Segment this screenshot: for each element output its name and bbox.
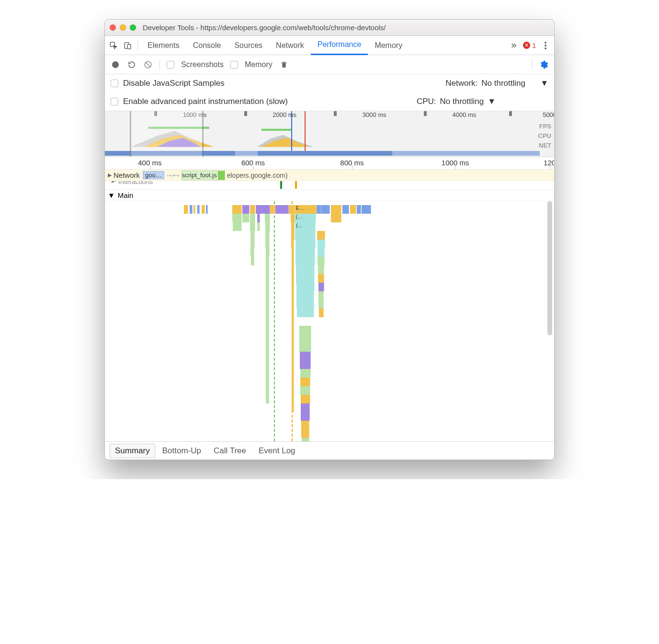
flame-slice[interactable] bbox=[197, 205, 200, 214]
network-item[interactable]: script_foot.js bbox=[182, 171, 225, 180]
minimize-window-button[interactable] bbox=[120, 24, 126, 31]
flame-slice[interactable] bbox=[317, 231, 325, 240]
flame-slice[interactable] bbox=[301, 412, 309, 421]
error-badge[interactable]: ✕ 1 bbox=[523, 42, 536, 49]
flame-slice[interactable] bbox=[321, 205, 330, 214]
tab-sources[interactable]: Sources bbox=[227, 36, 269, 55]
tab-bottom-up[interactable]: Bottom-Up bbox=[157, 444, 206, 458]
overview-pane[interactable]: 1000 ms2000 ms3000 ms4000 ms5000 FPS CPU… bbox=[105, 111, 554, 157]
expand-icon[interactable]: ▶ bbox=[112, 181, 115, 184]
flame-slice[interactable] bbox=[266, 360, 269, 369]
flame-slice[interactable] bbox=[292, 265, 294, 274]
flame-slice[interactable] bbox=[291, 222, 295, 231]
flame-slice[interactable] bbox=[257, 214, 260, 222]
flame-slice[interactable] bbox=[266, 309, 269, 317]
overview-zoom-window[interactable] bbox=[130, 111, 204, 157]
flame-slice[interactable] bbox=[265, 222, 270, 231]
flame-slice[interactable] bbox=[292, 334, 294, 343]
main-track-head[interactable]: ▼ Main bbox=[105, 190, 554, 201]
vertical-scrollbar[interactable] bbox=[547, 201, 552, 335]
flame-slice[interactable] bbox=[292, 369, 294, 378]
flame-slice[interactable] bbox=[296, 274, 315, 283]
flame-slice[interactable] bbox=[250, 240, 255, 248]
clear-icon[interactable] bbox=[143, 60, 153, 69]
flame-slice[interactable] bbox=[292, 352, 294, 360]
flame-slice[interactable] bbox=[289, 205, 295, 214]
zoom-window-button[interactable] bbox=[130, 24, 136, 31]
flame-slice[interactable] bbox=[292, 403, 294, 412]
flame-slice[interactable] bbox=[291, 231, 295, 240]
flame-slice[interactable] bbox=[250, 222, 255, 231]
flame-slice[interactable] bbox=[251, 257, 254, 265]
flame-slice[interactable]: E… bbox=[295, 205, 317, 214]
flame-slice[interactable] bbox=[357, 205, 361, 214]
disable-js-checkbox[interactable] bbox=[111, 80, 118, 87]
device-toolbar-icon[interactable] bbox=[123, 41, 133, 50]
flame-slice[interactable] bbox=[266, 369, 269, 378]
network-item[interactable]: goo… bbox=[143, 171, 164, 179]
flame-slice[interactable] bbox=[299, 334, 311, 343]
flame-slice[interactable] bbox=[232, 205, 242, 214]
flame-slice[interactable] bbox=[299, 343, 311, 352]
flame-slice[interactable] bbox=[257, 222, 260, 231]
flame-slice[interactable] bbox=[242, 205, 250, 214]
flame-slice[interactable] bbox=[318, 257, 324, 265]
advanced-paint-checkbox[interactable] bbox=[111, 98, 118, 105]
record-icon[interactable] bbox=[111, 60, 120, 69]
flame-slice[interactable] bbox=[266, 317, 269, 326]
flame-slice[interactable] bbox=[275, 205, 289, 214]
flame-slice[interactable] bbox=[292, 283, 294, 291]
flame-slice[interactable] bbox=[184, 205, 188, 214]
flame-slice[interactable] bbox=[318, 265, 325, 274]
flame-slice[interactable] bbox=[318, 248, 325, 257]
flame-slice[interactable] bbox=[250, 231, 255, 240]
reload-icon[interactable] bbox=[127, 60, 136, 69]
tab-event-log[interactable]: Event Log bbox=[253, 444, 301, 458]
flame-slice[interactable] bbox=[318, 300, 324, 309]
tab-performance[interactable]: Performance bbox=[311, 36, 368, 55]
flame-slice[interactable] bbox=[292, 257, 294, 265]
flame-slice[interactable] bbox=[342, 205, 350, 214]
tab-memory[interactable]: Memory bbox=[368, 36, 409, 55]
flame-slice[interactable] bbox=[265, 214, 270, 222]
collapse-icon[interactable]: ▼ bbox=[108, 191, 115, 199]
flame-slice[interactable] bbox=[317, 205, 321, 214]
flame-slice[interactable] bbox=[296, 291, 314, 300]
flame-slice[interactable] bbox=[266, 291, 269, 300]
flame-slice[interactable] bbox=[256, 205, 270, 214]
flame-slice[interactable] bbox=[266, 300, 269, 309]
flame-slice[interactable] bbox=[292, 386, 294, 395]
close-window-button[interactable] bbox=[110, 24, 116, 31]
more-tabs-icon[interactable] bbox=[509, 41, 518, 50]
flame-slice[interactable] bbox=[292, 343, 294, 352]
network-throttle-select[interactable]: No throttling bbox=[481, 79, 525, 88]
flame-slice[interactable] bbox=[331, 205, 341, 214]
flame-slice[interactable] bbox=[301, 429, 309, 438]
flame-slice[interactable] bbox=[301, 395, 310, 403]
flame-slice[interactable] bbox=[300, 360, 311, 369]
tab-summary[interactable]: Summary bbox=[110, 444, 155, 458]
flame-slice[interactable] bbox=[292, 300, 294, 309]
flame-slice[interactable] bbox=[250, 205, 255, 214]
flame-slice[interactable] bbox=[296, 300, 314, 309]
flame-slice[interactable] bbox=[266, 395, 269, 403]
expand-icon[interactable]: ▶ bbox=[108, 172, 112, 178]
flame-slice[interactable] bbox=[297, 309, 314, 317]
flame-slice[interactable] bbox=[292, 309, 294, 317]
flame-slice[interactable] bbox=[266, 378, 269, 386]
flame-slice[interactable] bbox=[300, 352, 311, 360]
flame-slice[interactable] bbox=[296, 283, 315, 291]
tab-network[interactable]: Network bbox=[269, 36, 311, 55]
flame-slice[interactable] bbox=[266, 343, 269, 352]
flame-slice[interactable] bbox=[292, 326, 294, 334]
tab-elements[interactable]: Elements bbox=[141, 36, 186, 55]
kebab-menu-icon[interactable] bbox=[541, 41, 550, 50]
cpu-throttle-select[interactable]: No throttling bbox=[440, 97, 484, 106]
flame-slice[interactable]: (… bbox=[295, 214, 316, 222]
flame-slice[interactable] bbox=[206, 205, 208, 214]
flame-slice[interactable] bbox=[266, 265, 269, 274]
flame-slice[interactable] bbox=[291, 214, 295, 222]
flame-slice[interactable] bbox=[331, 214, 341, 222]
flame-slice[interactable] bbox=[301, 403, 310, 412]
flame-slice[interactable] bbox=[362, 205, 371, 214]
